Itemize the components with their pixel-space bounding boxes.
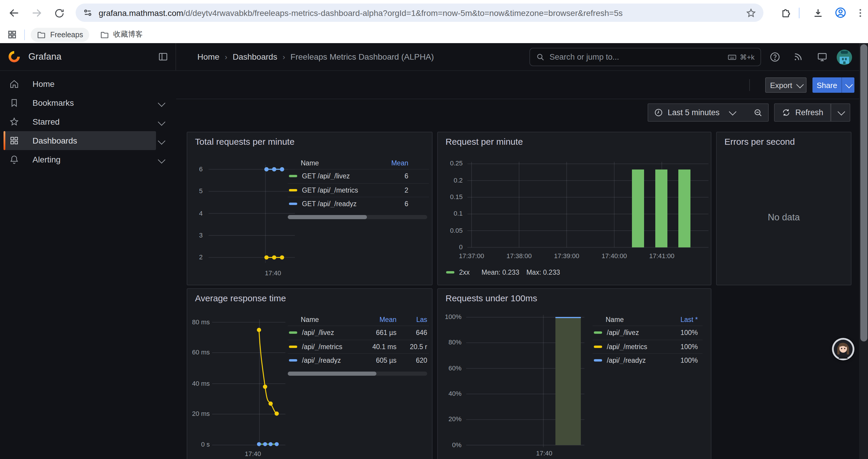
legend-value-mean: 605 µs	[360, 357, 397, 364]
legend-series-name[interactable]: 2xx	[459, 269, 470, 276]
breadcrumb: Home›Dashboards›Freeleaps Metrics Dashbo…	[197, 52, 434, 61]
sidebar-item-home[interactable]: Home	[4, 74, 156, 93]
legend-hscrollbar-thumb[interactable]	[288, 371, 376, 375]
y-axis-tick: 6	[187, 165, 203, 172]
series-color-pill[interactable]	[594, 332, 602, 334]
grafana-logo-icon[interactable]	[7, 50, 21, 64]
apps-grid-icon[interactable]	[7, 30, 17, 40]
user-avatar[interactable]	[837, 49, 852, 65]
refresh-interval-button[interactable]	[831, 103, 850, 122]
series-color-pill[interactable]	[289, 359, 297, 362]
share-menu-button[interactable]	[841, 77, 855, 93]
y-axis-tick: 80 ms	[187, 318, 210, 325]
series-color-pill[interactable]	[289, 203, 297, 205]
news-rss-icon[interactable]	[790, 52, 806, 62]
legend-series-name[interactable]: /api/_/metrics	[607, 343, 668, 350]
series-color-pill[interactable]	[289, 175, 297, 177]
panel-avg-response-time: Average response time 80 ms60 ms40 ms20 …	[187, 288, 433, 459]
y-axis-tick: 40 ms	[187, 380, 210, 387]
breadcrumb-item[interactable]: Dashboards	[232, 52, 277, 61]
address-bar[interactable]: grafana.mathmast.com/d/deytv4rwavabkb/fr…	[75, 4, 764, 22]
y-axis-tick: 0.25	[438, 160, 463, 167]
chevron-down-icon	[729, 108, 736, 115]
legend-header-mean[interactable]: Mean	[385, 159, 408, 166]
bookmark-star-icon[interactable]	[746, 7, 756, 18]
legend-hscrollbar-thumb[interactable]	[288, 215, 367, 219]
sidebar-item-bookmarks[interactable]: Bookmarks	[4, 93, 156, 112]
legend-header-mean[interactable]: Mean	[360, 316, 397, 323]
assistant-avatar-button[interactable]	[832, 338, 855, 360]
browser-toolbar: grafana.mathmast.com/d/deytv4rwavabkb/fr…	[0, 0, 868, 26]
page-scrollbar[interactable]	[859, 43, 868, 459]
legend-header-name[interactable]: Name	[301, 316, 360, 323]
chevron-down-icon[interactable]	[158, 99, 165, 106]
bookmark-folder-blogs[interactable]: 收藏博客	[94, 27, 149, 42]
legend-row: GET /api/_/metrics2	[288, 183, 429, 197]
chevron-down-icon[interactable]	[158, 156, 165, 163]
chevron-down-icon[interactable]	[158, 137, 165, 144]
sidebar-item-starred[interactable]: Starred	[4, 112, 156, 131]
legend-series-name[interactable]: GET /api/_/metrics	[302, 187, 385, 194]
series-color-pill[interactable]	[289, 332, 297, 334]
legend-header-last[interactable]: Las	[397, 316, 427, 323]
panel-title[interactable]: Errors per second	[724, 136, 795, 146]
forward-button[interactable]	[30, 6, 44, 20]
extensions-icon[interactable]	[779, 6, 793, 20]
scrollbar-thumb[interactable]	[860, 44, 867, 341]
series-color-pill[interactable]	[594, 346, 602, 348]
legend-series-name[interactable]: /api/_/metrics	[302, 343, 360, 350]
download-icon[interactable]	[811, 6, 825, 20]
site-settings-icon[interactable]	[83, 8, 93, 18]
legend-hscrollbar[interactable]	[288, 371, 427, 375]
legend-series-name[interactable]: /api/_/readyz	[607, 357, 668, 364]
sidebar-item-dashboards[interactable]: Dashboards	[4, 131, 156, 150]
refresh-button[interactable]: Refresh	[774, 103, 831, 122]
back-button[interactable]	[7, 6, 21, 20]
grafana-header: Grafana Home›Dashboards›Freeleaps Metric…	[0, 43, 868, 71]
monitor-icon[interactable]	[814, 52, 830, 63]
legend-header-name[interactable]: Name	[606, 316, 668, 323]
share-button[interactable]: Share	[812, 77, 841, 93]
legend-value-mean: 40.1 ms	[360, 343, 397, 350]
panel-title[interactable]: Average response time	[195, 293, 286, 303]
legend-header-last[interactable]: Last *	[668, 316, 698, 323]
panel-title[interactable]: Requests under 100ms	[445, 293, 537, 303]
legend-series-name[interactable]: /api/_/readyz	[302, 357, 360, 364]
sidebar-collapse-icon[interactable]	[158, 52, 168, 62]
bookmark-folder-freeleaps[interactable]: Freeleaps	[31, 28, 89, 42]
x-axis-tick: 17:38:00	[498, 252, 540, 259]
legend-mean-value: Mean: 0.233	[482, 269, 519, 276]
legend-series-name[interactable]: /api/_/livez	[607, 329, 668, 336]
reload-button[interactable]	[52, 6, 66, 20]
legend-series-name[interactable]: /api/_/livez	[302, 329, 360, 336]
legend-header-name[interactable]: Name	[301, 159, 385, 166]
panel-title[interactable]: Total requests per minute	[195, 136, 294, 146]
chevron-down-icon	[796, 80, 804, 88]
search-input[interactable]: Search or jump to... ⌘+k	[529, 48, 761, 66]
sidebar-item-alerting[interactable]: Alerting	[4, 150, 156, 169]
url-text[interactable]: grafana.mathmast.com/d/deytv4rwavabkb/fr…	[99, 8, 746, 18]
legend-row: GET /api/_/livez6	[288, 169, 429, 183]
panel-title[interactable]: Request per minute	[445, 136, 523, 146]
series-color-pill[interactable]	[289, 189, 297, 191]
series-color-pill[interactable]	[446, 271, 454, 273]
legend-hscrollbar[interactable]	[288, 215, 427, 219]
legend-header-row: NameMeanLas	[288, 313, 429, 326]
time-range-picker[interactable]: Last 5 minutes	[648, 103, 748, 122]
series-color-pill[interactable]	[289, 346, 297, 348]
chevron-down-icon[interactable]	[158, 118, 165, 125]
panel-total-requests: Total requests per minute 6543217:40Name…	[187, 132, 433, 285]
legend-series-name[interactable]: GET /api/_/livez	[302, 173, 385, 180]
menu-kebab-icon[interactable]	[853, 6, 867, 20]
y-axis-tick: 100%	[438, 313, 462, 320]
sidebar-header: Grafana	[0, 43, 176, 70]
breadcrumb-item[interactable]: Home	[197, 52, 219, 61]
zoom-out-time-button[interactable]	[747, 103, 769, 122]
series-color-pill[interactable]	[594, 359, 602, 362]
y-axis-tick: 0	[438, 243, 463, 251]
legend-series-name[interactable]: GET /api/_/readyz	[302, 201, 385, 208]
export-button[interactable]: Export	[765, 77, 807, 93]
profile-icon[interactable]	[833, 5, 847, 20]
help-icon[interactable]	[767, 52, 782, 63]
bookmark-folder-label: Freeleaps	[50, 30, 83, 39]
